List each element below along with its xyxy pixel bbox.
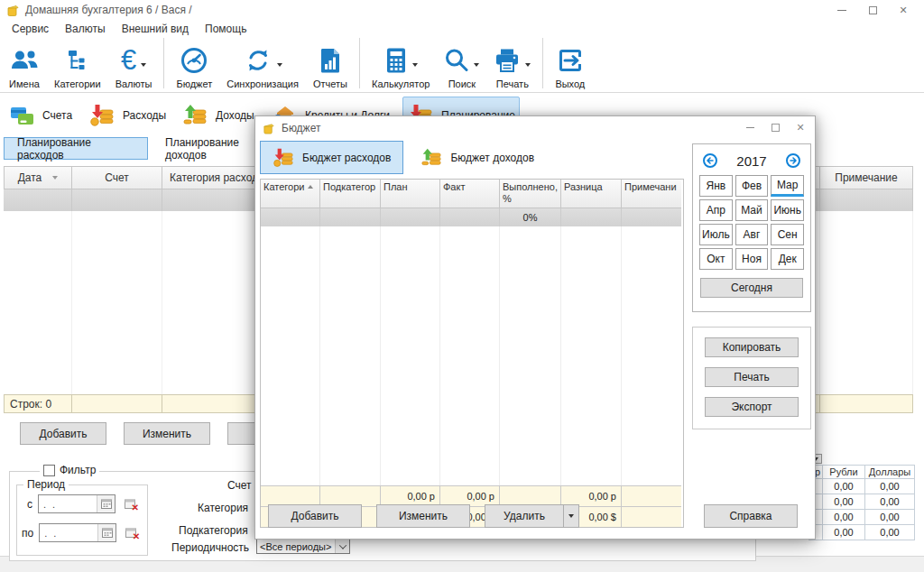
dialog-edit-button[interactable]: Изменить	[376, 504, 470, 528]
gauge-icon	[180, 46, 208, 75]
clear-date-icon[interactable]: ✕	[121, 495, 139, 512]
chevron-down-icon[interactable]	[335, 540, 349, 553]
column-label: Категори	[263, 181, 304, 193]
next-year-button[interactable]	[785, 152, 801, 169]
column-header-completed[interactable]: Выполнено, %	[500, 180, 561, 208]
month-oct[interactable]: Окт	[699, 248, 733, 270]
toolbar-print-button[interactable]: Печать	[486, 44, 538, 89]
nav-income[interactable]: Доходы	[177, 97, 267, 134]
button-label: Удалить	[504, 510, 545, 522]
filter-toggle[interactable]: Фильтр	[40, 464, 99, 476]
period-to-row: по . . ✕	[22, 523, 140, 542]
today-button[interactable]: Сегодня	[700, 278, 803, 298]
column-header-fact[interactable]: Факт	[440, 180, 500, 208]
month-apr[interactable]: Апр	[699, 199, 733, 221]
dialog-maximize-button[interactable]	[762, 118, 788, 136]
month-nov[interactable]: Ноя	[735, 248, 769, 270]
toolbar-search-button[interactable]: Поиск	[437, 44, 486, 89]
column-label: Дата	[18, 171, 42, 184]
column-header-note[interactable]: Примечани	[622, 180, 681, 208]
summary-cell: 0,00	[865, 525, 915, 540]
date-to-field[interactable]: . .	[39, 523, 116, 542]
month-jan[interactable]: Янв	[699, 175, 733, 197]
tab-budget-expenses[interactable]: Бюджет расходов	[260, 141, 403, 174]
dialog-delete-button[interactable]: Удалить	[485, 504, 564, 528]
month-dec[interactable]: Дек	[771, 248, 804, 270]
maximize-button[interactable]	[857, 0, 888, 20]
copy-button[interactable]: Копировать	[705, 337, 799, 357]
export-button[interactable]: Экспорт	[705, 397, 799, 417]
close-button[interactable]: ✕	[888, 0, 919, 20]
account-filter-label: Счет	[227, 479, 252, 492]
toolbar-currencies-button[interactable]: € Валюты	[108, 44, 160, 89]
search-icon	[444, 48, 469, 73]
main-toolbar: Имена Категории € Валюты Бюджет	[0, 37, 924, 93]
delete-dropdown-button[interactable]	[563, 504, 579, 528]
menu-appearance[interactable]: Внешний вид	[114, 23, 197, 35]
column-header-category[interactable]: Категори	[261, 180, 320, 208]
toolbar-reports-button[interactable]: Отчеты	[306, 44, 355, 89]
chevron-down-icon[interactable]	[474, 63, 479, 67]
budget-table-body[interactable]	[261, 226, 683, 485]
menubar: Сервис Валюты Внешний вид Помощь	[0, 20, 924, 37]
toolbar-sync-button[interactable]: Синхронизация	[219, 44, 306, 89]
nav-expenses[interactable]: Расходы	[84, 97, 177, 134]
print-button[interactable]: Печать	[705, 367, 799, 387]
dialog-minimize-button[interactable]	[737, 118, 762, 136]
periodicity-select[interactable]: <Все периоды>	[256, 539, 350, 554]
date-from-field[interactable]: . .	[38, 494, 116, 513]
dialog-icon	[263, 123, 275, 134]
column-header-date[interactable]: Дата	[4, 166, 72, 189]
summary-cell: 0,00	[823, 510, 865, 525]
menu-help[interactable]: Помощь	[197, 23, 254, 35]
month-feb[interactable]: Фев	[735, 175, 769, 197]
column-label: Примечание	[835, 171, 897, 184]
column-label: Факт	[443, 181, 465, 193]
toolbar-categories-button[interactable]: Категории	[47, 44, 108, 89]
chevron-down-icon[interactable]	[141, 63, 146, 67]
column-header-subcategory[interactable]: Подкатегор	[320, 180, 381, 208]
column-header-difference[interactable]: Разница	[561, 180, 622, 208]
month-aug[interactable]: Авг	[735, 224, 769, 245]
column-header-account[interactable]: Счет	[72, 166, 162, 189]
chevron-down-icon[interactable]	[277, 63, 282, 67]
toolbar-names-button[interactable]: Имена	[2, 44, 47, 89]
month-sep[interactable]: Сен	[771, 224, 804, 245]
filter-checkbox[interactable]	[43, 465, 55, 476]
toolbar-calculator-button[interactable]: Калькулятор	[365, 44, 437, 89]
clear-date-icon[interactable]: ✕	[122, 524, 140, 541]
toolbar-budget-button[interactable]: Бюджет	[169, 44, 219, 89]
dialog-add-button[interactable]: Добавить	[268, 504, 362, 528]
month-jun[interactable]: Июнь	[771, 199, 804, 221]
tab-planning-expenses[interactable]: Планирование расходов	[4, 137, 148, 160]
menu-currencies[interactable]: Валюты	[57, 23, 114, 35]
dialog-close-button[interactable]: ✕	[788, 118, 813, 136]
button-label: Сегодня	[731, 281, 772, 294]
column-header-plan[interactable]: План	[381, 180, 440, 208]
tab-budget-income[interactable]: Бюджет доходов	[408, 141, 547, 174]
dollars-column-header[interactable]: Доллары	[865, 465, 915, 479]
calendar-icon[interactable]	[97, 524, 116, 541]
month-may[interactable]: Май	[735, 199, 769, 221]
toolbar-label: Бюджет	[176, 78, 212, 89]
date-to-value: . .	[40, 528, 97, 539]
dialog-bottom-bar: Добавить Изменить Удалить Справка	[255, 504, 815, 533]
budget-table: Категори Подкатегор План Факт Выполнено,…	[260, 179, 684, 528]
titlebar: Домашняя бухгалтерия 6 / Вася / ✕	[0, 0, 924, 20]
month-jul[interactable]: Июль	[699, 224, 733, 245]
minimize-button[interactable]	[827, 0, 857, 20]
nav-accounts[interactable]: Счета	[5, 97, 84, 134]
help-button[interactable]: Справка	[704, 504, 798, 528]
calendar-icon[interactable]	[97, 495, 115, 512]
previous-year-button[interactable]	[702, 152, 718, 169]
chevron-down-icon[interactable]	[525, 63, 531, 67]
column-header-note[interactable]: Примечание	[820, 166, 913, 189]
add-button[interactable]: Добавить	[20, 422, 106, 445]
edit-button[interactable]: Изменить	[124, 422, 210, 445]
toolbar-exit-button[interactable]: Выход	[548, 44, 592, 89]
chevron-down-icon[interactable]	[412, 63, 418, 67]
menu-service[interactable]: Сервис	[4, 23, 57, 35]
tab-label: Бюджет расходов	[302, 152, 391, 164]
rubles-column-header[interactable]: Рубли	[823, 465, 865, 479]
month-mar-selected[interactable]: Мар	[771, 175, 804, 197]
